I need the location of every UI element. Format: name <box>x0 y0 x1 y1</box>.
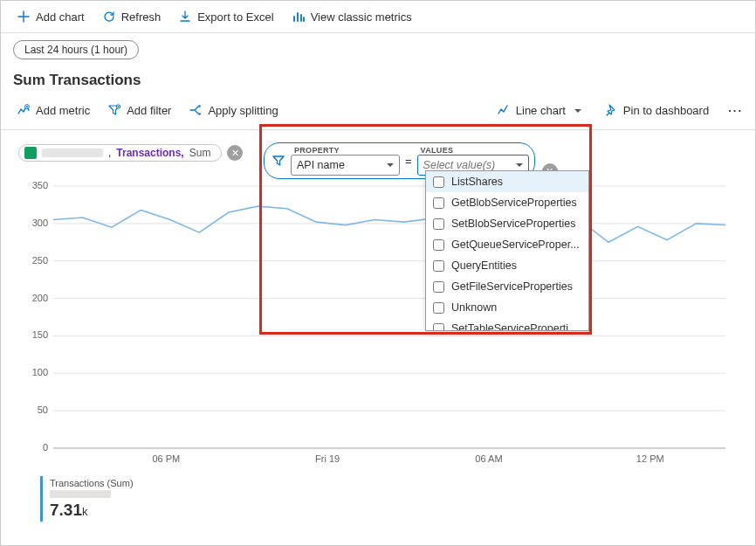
svg-text:06 PM: 06 PM <box>152 453 180 464</box>
summary-value: 7.31 <box>50 501 82 519</box>
values-option-label: SetTableServiceProperti... <box>451 322 578 331</box>
values-option[interactable]: QueryEntities <box>426 255 588 276</box>
svg-text:100: 100 <box>32 367 48 377</box>
checkbox[interactable] <box>433 176 444 188</box>
remove-metric-button[interactable]: ✕ <box>227 145 243 161</box>
barchart-icon <box>292 10 306 24</box>
apply-splitting-label: Apply splitting <box>208 104 278 117</box>
apply-splitting-button[interactable]: Apply splitting <box>182 100 285 121</box>
chevron-down-icon <box>516 159 523 171</box>
svg-point-3 <box>199 113 202 115</box>
classic-label: View classic metrics <box>311 10 412 24</box>
values-option-label: GetBlobServiceProperties <box>451 197 577 209</box>
values-option[interactable]: Unknown <box>426 297 588 318</box>
checkbox[interactable] <box>433 281 444 293</box>
redacted-summary-detail <box>50 490 111 498</box>
pin-button[interactable]: Pin to dashboard <box>597 100 716 121</box>
refresh-icon <box>102 10 116 24</box>
svg-text:300: 300 <box>32 218 48 228</box>
values-label: VALUES <box>421 146 529 155</box>
filter-plus-icon <box>107 103 121 117</box>
checkbox[interactable] <box>433 218 444 230</box>
time-range-pill[interactable]: Last 24 hours (1 hour) <box>13 40 139 59</box>
pin-label: Pin to dashboard <box>623 104 709 117</box>
checkbox[interactable] <box>433 302 444 314</box>
time-range-label: Last 24 hours (1 hour) <box>24 44 127 56</box>
time-range-row: Last 24 hours (1 hour) <box>1 33 755 66</box>
sub-toolbar: Add metric Add filter Apply splitting Li… <box>1 96 755 130</box>
chart-type-label: Line chart <box>516 104 566 117</box>
checkbox[interactable] <box>433 260 444 272</box>
pin-icon <box>604 103 618 117</box>
chevron-down-icon <box>387 159 394 171</box>
svg-text:200: 200 <box>32 293 48 303</box>
download-icon <box>178 10 192 24</box>
add-chart-button[interactable]: Add chart <box>10 6 92 27</box>
svg-text:50: 50 <box>38 404 48 415</box>
refresh-label: Refresh <box>121 10 162 24</box>
chart-region: , Transactions, Sum ✕ 050100150200250300… <box>1 130 755 530</box>
summary-label: Transactions (Sum) <box>50 478 731 488</box>
svg-point-2 <box>199 105 202 107</box>
add-metric-label: Add metric <box>36 104 90 117</box>
values-option[interactable]: GetFileServiceProperties <box>426 276 588 297</box>
refresh-button[interactable]: Refresh <box>95 6 168 27</box>
svg-text:250: 250 <box>32 255 48 266</box>
values-option-label: SetBlobServiceProperties <box>451 218 575 230</box>
property-select[interactable]: API name <box>291 155 400 176</box>
add-chart-label: Add chart <box>36 10 85 24</box>
chart-plot[interactable]: 05010015020025030035006 PMFri 1906 AM12 … <box>18 179 734 467</box>
redacted-resource-name <box>42 149 103 157</box>
values-option-label: GetFileServiceProperties <box>451 280 573 293</box>
export-button[interactable]: Export to Excel <box>171 6 280 27</box>
svg-text:Fri 19: Fri 19 <box>315 453 340 464</box>
svg-text:0: 0 <box>43 442 48 453</box>
checkbox[interactable] <box>433 239 444 251</box>
values-option[interactable]: SetBlobServiceProperties <box>426 213 588 234</box>
values-option-label: Unknown <box>451 301 497 314</box>
values-dropdown[interactable]: ListSharesGetBlobServicePropertiesSetBlo… <box>425 170 589 331</box>
add-metric-icon <box>17 103 31 117</box>
values-option-label: GetQueueServiceProper... <box>451 238 580 251</box>
classic-metrics-button[interactable]: View classic metrics <box>285 6 419 27</box>
export-label: Export to Excel <box>197 10 273 24</box>
values-option[interactable]: SetTableServiceProperti... <box>426 318 588 331</box>
svg-text:150: 150 <box>32 329 48 340</box>
property-label: PROPERTY <box>294 146 400 155</box>
metric-aggregation: Sum <box>189 147 211 159</box>
svg-text:350: 350 <box>32 180 48 190</box>
more-menu-button[interactable]: ··· <box>725 104 746 117</box>
funnel-icon <box>271 154 285 168</box>
values-option[interactable]: GetBlobServiceProperties <box>426 192 588 213</box>
values-option[interactable]: GetQueueServiceProper... <box>426 234 588 255</box>
values-placeholder: Select value(s) <box>423 159 496 171</box>
plus-icon <box>17 10 31 24</box>
values-option[interactable]: ListShares <box>426 171 588 192</box>
summary-card: Transactions (Sum) 7.31k <box>40 476 738 522</box>
metric-name: Transactions, <box>116 147 183 159</box>
summary-unit: k <box>82 505 88 518</box>
metric-chip[interactable]: , Transactions, Sum <box>18 144 222 162</box>
add-filter-label: Add filter <box>127 104 171 117</box>
add-metric-button[interactable]: Add metric <box>10 100 97 121</box>
chart-type-dropdown[interactable]: Line chart <box>490 100 588 121</box>
chevron-down-icon <box>574 104 581 117</box>
checkbox[interactable] <box>433 323 444 332</box>
add-filter-button[interactable]: Add filter <box>100 100 178 121</box>
svg-text:12 PM: 12 PM <box>636 453 664 464</box>
property-value: API name <box>297 159 345 171</box>
linechart-icon <box>497 103 511 117</box>
checkbox[interactable] <box>433 197 444 209</box>
page-title: Sum Transactions <box>1 66 755 96</box>
operator-label: = <box>405 155 412 168</box>
resource-icon <box>24 147 37 159</box>
split-icon <box>189 103 203 117</box>
values-option-label: QueryEntities <box>451 259 517 272</box>
top-toolbar: Add chart Refresh Export to Excel View c… <box>1 1 755 33</box>
values-option-label: ListShares <box>451 176 503 188</box>
svg-text:06 AM: 06 AM <box>475 453 502 464</box>
